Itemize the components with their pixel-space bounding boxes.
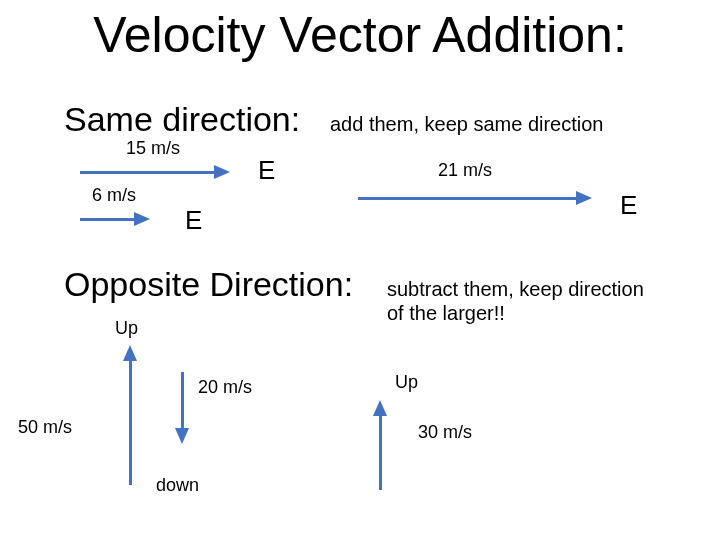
vec-30-dir: Up xyxy=(395,372,418,393)
vec-50-dir: Up xyxy=(115,318,138,339)
vec-6-label: 6 m/s xyxy=(92,185,136,206)
vec-15-label: 15 m/s xyxy=(126,138,180,159)
opposite-direction-note-1: subtract them, keep direction xyxy=(387,278,644,301)
vec-30-label: 30 m/s xyxy=(418,422,472,443)
same-direction-heading: Same direction: xyxy=(64,100,300,139)
vec-50-label: 50 m/s xyxy=(18,417,72,438)
vec-6-dir: E xyxy=(185,205,202,236)
slide: Velocity Vector Addition: Same direction… xyxy=(0,0,720,540)
opposite-direction-note-2: of the larger!! xyxy=(387,302,505,325)
vec-15-dir: E xyxy=(258,155,275,186)
vec-21-dir: E xyxy=(620,190,637,221)
page-title: Velocity Vector Addition: xyxy=(0,6,720,64)
vec-20-label: 20 m/s xyxy=(198,377,252,398)
opposite-direction-heading: Opposite Direction: xyxy=(64,265,353,304)
vec-20-dir: down xyxy=(156,475,199,496)
same-direction-note: add them, keep same direction xyxy=(330,113,604,136)
vec-21-label: 21 m/s xyxy=(438,160,492,181)
